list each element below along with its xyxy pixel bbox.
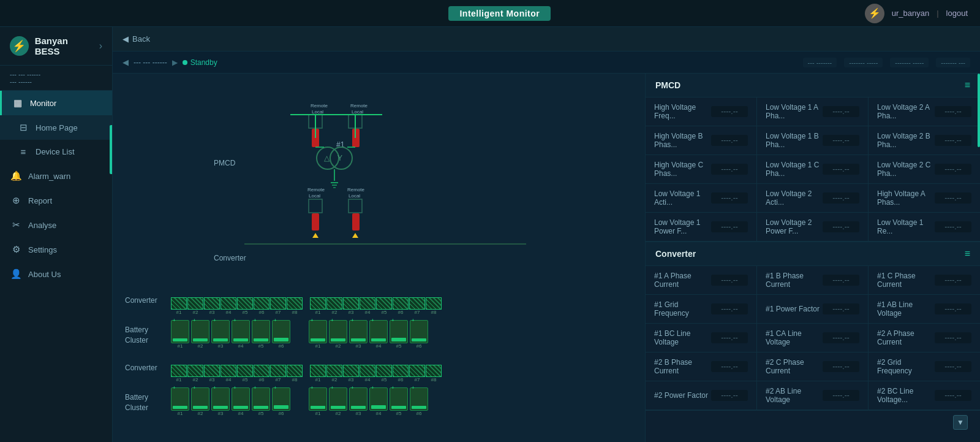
data-label: #1 Grid Frequency (654, 300, 711, 318)
data-cell: #1 C Phase Current----.-- (869, 266, 980, 295)
data-label: #2 BC Line Voltage... (877, 387, 935, 404)
pmcd-section-title: PMCD (655, 80, 680, 90)
data-label: #1 B Phase Current (766, 272, 823, 289)
bat-2-3[interactable]: +#3 (349, 320, 368, 349)
conv-unit-4[interactable]: #4 (221, 297, 236, 315)
data-value: ----.-- (711, 164, 748, 175)
data-value: ----.-- (935, 192, 971, 204)
data-value: ----.-- (935, 361, 971, 372)
data-label: #1 AB Line Voltage (877, 300, 935, 318)
data-value: ----.-- (935, 106, 971, 117)
data-label: #2 A Phase Current (877, 329, 935, 346)
bat-2-2[interactable]: +#2 (329, 320, 347, 349)
svg-text:Remote: Remote (350, 103, 368, 109)
conv-unit-7[interactable]: #7 (270, 297, 286, 315)
analyse-icon: ✂ (10, 219, 22, 231)
data-value: ----.-- (823, 135, 859, 146)
data-cell: #1 BC Line Voltage----.-- (646, 324, 757, 352)
data-label: High Voltage B Phas... (654, 132, 711, 149)
data-value: ----.-- (711, 106, 748, 117)
converter-data-section: Converter ≡ #1 A Phase Current----.--#1 … (646, 242, 980, 411)
sidebar-item-analyse[interactable]: ✂ Analyse (0, 213, 112, 237)
bat-1-2[interactable]: +#2 (191, 320, 209, 349)
data-cell: High Voltage B Phas...----.-- (646, 126, 757, 155)
conv-unit-6[interactable]: #6 (254, 297, 270, 315)
bat-2-5[interactable]: +#5 (390, 320, 408, 349)
data-label: #2 Grid Frequency (877, 358, 935, 375)
data-label: High Voltage Freq... (654, 103, 711, 120)
topbar-right: ⚡ ur_banyan | logout (865, 4, 968, 23)
data-label: #2 Power Factor (654, 391, 708, 400)
conv-unit-b3[interactable]: #3 (343, 297, 359, 315)
data-cell: #1 B Phase Current----.-- (757, 266, 869, 295)
bat-1-1[interactable]: +#1 (171, 320, 189, 349)
data-label: Low Voltage 1 Power F... (654, 218, 711, 235)
sidebar-item-settings-label: Settings (28, 245, 57, 254)
data-label: Low Voltage 2 Acti... (766, 189, 823, 207)
battery-cluster-label-1: BatteryCluster (125, 320, 171, 346)
bat-1-4[interactable]: +#4 (232, 320, 250, 349)
bat-1-6[interactable]: +#6 (272, 320, 290, 349)
data-label: Low Voltage 1 A Pha... (766, 103, 823, 120)
svg-text:Local: Local (309, 193, 320, 199)
conv-unit-2[interactable]: #2 (187, 297, 203, 315)
sidebar-item-device-list[interactable]: ≡ Device List (0, 140, 112, 164)
brand-chevron[interactable]: › (99, 40, 102, 51)
diagram-svg-area: PMCD #1 Remote Local Remote Local (125, 86, 633, 282)
data-label: #1 CA Line Voltage (766, 329, 823, 346)
sidebar-item-settings[interactable]: ⚙ Settings (0, 237, 112, 262)
content-area: PMCD #1 Remote Local Remote Local (113, 74, 980, 442)
sidebar-item-report[interactable]: ⊕ Report (0, 188, 112, 213)
data-label: #1 A Phase Current (654, 272, 711, 289)
sidebar-item-analyse-label: Analyse (28, 221, 56, 230)
conv-unit-3[interactable]: #3 (204, 297, 220, 315)
battery-group-4: +#1 +#2 +#3 +#4 +#5 +#6 (309, 387, 428, 416)
data-cell: Low Voltage 1 B Pha...----.-- (757, 126, 869, 155)
back-button[interactable]: ◀ Back (123, 34, 150, 44)
scroll-down-button[interactable]: ▼ (953, 415, 968, 430)
conv-unit-b6[interactable]: #6 (393, 297, 409, 315)
conv-unit-b8[interactable]: #8 (426, 297, 442, 315)
data-label: Low Voltage 2 B Pha... (877, 132, 935, 149)
bat-2-6[interactable]: +#6 (410, 320, 428, 349)
data-value: ----.-- (935, 135, 971, 146)
breadcrumb-arrow-icon: ◀ (123, 58, 129, 67)
data-value: ----.-- (823, 303, 859, 314)
sidebar-item-alarm[interactable]: 🔔 Alarm_warn (0, 164, 112, 188)
conv-unit-b7[interactable]: #7 (409, 297, 425, 315)
conv-unit-b4[interactable]: #4 (360, 297, 375, 315)
sidebar-item-report-label: Report (28, 196, 52, 205)
conv-unit-b2[interactable]: #2 (326, 297, 342, 315)
sidebar-item-about[interactable]: 👤 About Us (0, 262, 112, 286)
conv-unit-b5[interactable]: #5 (376, 297, 392, 315)
converter-group-2a: #1 #2 #3 #4 #5 #6 #7 #8 (171, 365, 303, 383)
nav-info: --- --- ------ --- ------ (0, 66, 112, 91)
bat-2-4[interactable]: +#4 (369, 320, 388, 349)
alarm-icon: 🔔 (10, 170, 22, 181)
avatar: ⚡ (865, 4, 884, 23)
sidebar-item-monitor[interactable]: ▦ Monitor (0, 91, 112, 115)
pmcd-menu-icon[interactable]: ≡ (965, 80, 970, 91)
conv-unit-1[interactable]: #1 (171, 297, 187, 315)
pmcd-data-section: PMCD ≡ High Voltage Freq...----.--Low Vo… (646, 74, 980, 242)
username: ur_banyan (892, 9, 929, 18)
data-cell: #2 C Phase Current----.-- (757, 352, 869, 381)
bat-2-1[interactable]: +#1 (309, 320, 327, 349)
svg-text:Local: Local (352, 109, 363, 115)
back-bar: ◀ Back (113, 27, 980, 51)
sidebar-item-home[interactable]: ⊟ Home Page (0, 115, 112, 140)
sidebar-brand: ⚡ Banyan BESS › (0, 27, 112, 66)
home-icon: ⊟ (17, 122, 29, 133)
bat-1-5[interactable]: +#5 (252, 320, 270, 349)
conv-unit-b1[interactable]: #1 (310, 297, 326, 315)
converter-menu-icon[interactable]: ≡ (965, 248, 970, 259)
data-value: ----.-- (935, 332, 971, 343)
data-label: Low Voltage 1 Acti... (654, 189, 711, 207)
data-cell: Low Voltage 2 Power F...----.-- (757, 213, 869, 242)
conv-unit-8[interactable]: #8 (287, 297, 303, 315)
conv-unit-5[interactable]: #5 (237, 297, 253, 315)
breadcrumb-item-1: --- --- ------ (134, 58, 167, 67)
bat-1-3[interactable]: +#3 (211, 320, 230, 349)
data-label: #2 B Phase Current (654, 358, 711, 375)
logout-link[interactable]: logout (946, 9, 968, 18)
